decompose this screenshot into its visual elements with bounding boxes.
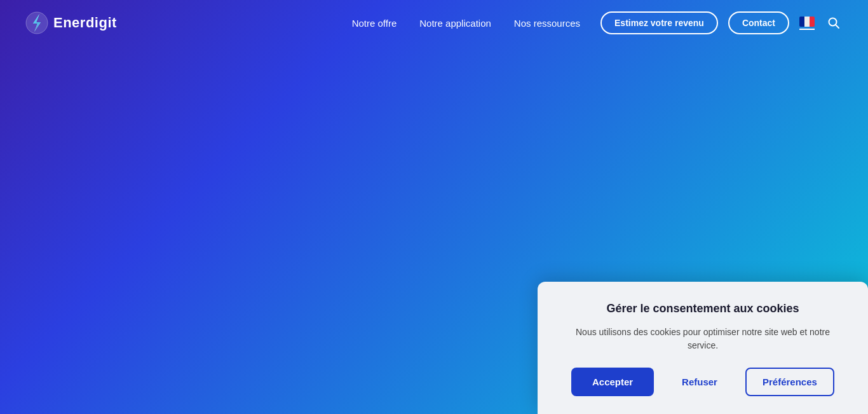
nav-actions: Estimez votre revenu Contact xyxy=(600,11,843,34)
search-button[interactable] xyxy=(825,14,843,32)
estimate-button[interactable]: Estimez votre revenu xyxy=(600,11,718,34)
search-icon xyxy=(827,17,840,29)
nav-links: Notre offre Notre application Nos ressou… xyxy=(352,18,580,29)
navbar: Enerdigit Notre offre Notre application … xyxy=(0,0,868,46)
cookie-title: Gérer le consentement aux cookies xyxy=(560,302,845,315)
cookie-refuse-button[interactable]: Refuser xyxy=(664,368,735,396)
cookie-buttons: Accepter Refuser Préférences xyxy=(560,368,845,396)
contact-button[interactable]: Contact xyxy=(728,11,789,34)
nav-link-nos-ressources[interactable]: Nos ressources xyxy=(514,18,580,29)
cookie-banner: Gérer le consentement aux cookies Nous u… xyxy=(538,282,868,414)
svg-line-2 xyxy=(836,25,839,28)
nav-link-notre-offre[interactable]: Notre offre xyxy=(352,18,397,29)
cookie-accept-button[interactable]: Accepter xyxy=(571,368,654,396)
cookie-description: Nous utilisons des cookies pour optimise… xyxy=(560,326,845,352)
logo-area[interactable]: Enerdigit xyxy=(25,11,117,34)
brand-name: Enerdigit xyxy=(53,15,117,31)
language-selector[interactable] xyxy=(799,17,815,30)
lang-underline-bar xyxy=(799,29,815,30)
flag-fr xyxy=(799,17,815,27)
nav-link-notre-application[interactable]: Notre application xyxy=(419,18,491,29)
cookie-preferences-button[interactable]: Préférences xyxy=(745,368,834,396)
logo-icon xyxy=(25,11,48,34)
